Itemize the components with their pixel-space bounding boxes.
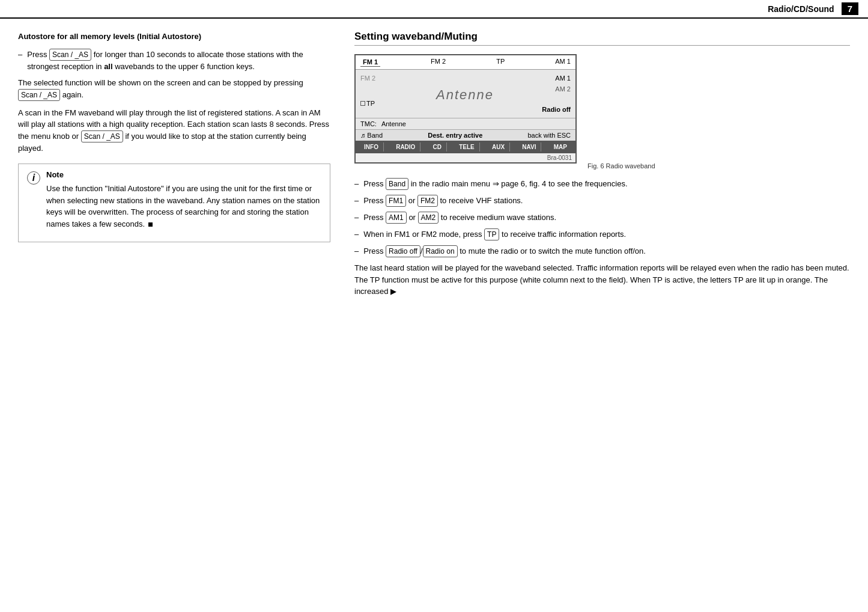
am1-key: AM1: [386, 212, 407, 224]
fm1-key: FM1: [386, 195, 406, 207]
antenne-label: Antenne: [436, 81, 494, 106]
fig-caption: Fig. 6 Radio waveband: [587, 162, 655, 170]
tp-key: TP: [484, 228, 499, 240]
radio-on-key: Radio on: [423, 245, 458, 257]
radio-center: Antenne: [389, 75, 541, 113]
tmc-value: Antenne: [381, 120, 406, 127]
radio-tmc-row: TMC: Antenne: [356, 118, 575, 129]
fig-ref: Bra-0031: [356, 153, 575, 162]
fm1-tab: FM 1: [360, 58, 380, 67]
header-title: Radio/CD/Sound: [768, 4, 834, 14]
dest-label: Dest. entry active: [428, 132, 482, 139]
continue-arrow: ▶: [390, 287, 396, 296]
am2-key: AM2: [418, 212, 439, 224]
radio-display: FM 1 FM 2 TP AM 1 FM 2 TP: [354, 54, 577, 164]
status-cd: CD: [428, 142, 447, 151]
back-label: back with ESC: [527, 132, 571, 139]
tp-top: TP: [496, 58, 505, 67]
band-label: ♬ Band: [360, 132, 383, 139]
section-title: Setting waveband/Muting: [354, 31, 850, 46]
radio-status-bar: INFO RADIO CD TELE AUX NAVI MAP: [356, 141, 575, 153]
tp-square-icon: [360, 101, 365, 106]
am2-right: AM 2: [541, 85, 571, 93]
radio-off-key: Radio off: [386, 245, 420, 257]
page-header: Radio/CD/Sound 7: [0, 0, 868, 19]
band-key: Band: [386, 178, 408, 190]
selected-function-para: The selected function will be shown on t…: [18, 77, 330, 101]
scan-as-key2: Scan / _AS: [18, 89, 60, 101]
note-box: i Note Use the function "Initial Autosto…: [18, 164, 330, 242]
status-aux: AUX: [487, 142, 510, 151]
info-icon: i: [27, 171, 40, 185]
right-column: Setting waveband/Muting FM 1 FM 2 TP AM …: [354, 31, 850, 304]
fm2-inactive: FM 2: [360, 75, 384, 82]
autostore-bullet1-text: Press Scan / _AS for longer than 10 seco…: [27, 49, 330, 73]
radio-off-label: Radio off: [541, 106, 571, 113]
page-number: 7: [842, 2, 858, 15]
autostore-bullet1: – Press Scan / _AS for longer than 10 se…: [18, 49, 330, 73]
dash: –: [354, 228, 359, 240]
radio-bottom-row: ♬ Band Dest. entry active back with ESC: [356, 129, 575, 141]
radio-right-labels: AM 1 AM 2 Radio off: [541, 75, 571, 113]
dash: –: [354, 195, 359, 207]
bullet-radio-off-text: Press Radio off/Radio on to mute the rad…: [363, 245, 646, 257]
autostore-heading: Autostore for all memory levels (Initial…: [18, 31, 330, 43]
status-navi: NAVI: [517, 142, 541, 151]
tmc-label: TMC:: [360, 120, 377, 127]
scan-as-key1: Scan / _AS: [49, 49, 91, 61]
left-column: Autostore for all memory levels (Initial…: [18, 31, 330, 304]
dash: –: [354, 245, 359, 257]
radio-top-bar: FM 1 FM 2 TP AM 1: [356, 55, 575, 70]
note-text: Use the function "Initial Autostore" if …: [46, 183, 321, 230]
bullet-tp-text: When in FM1 or FM2 mode, press TP to rec…: [363, 228, 626, 240]
bullet-fm-text: Press FM1 or FM2 to receive VHF stations…: [363, 195, 523, 207]
all-bold: all: [104, 62, 112, 71]
radio-main-area: FM 2 TP Antenne AM 1 AM 2: [356, 70, 575, 118]
dash: –: [354, 212, 359, 224]
status-info: INFO: [359, 142, 384, 151]
status-map: MAP: [549, 142, 572, 151]
radio-left-labels: FM 2 TP: [360, 75, 384, 113]
bullet-am: – Press AM1 or AM2 to receive medium wav…: [354, 212, 850, 224]
scan-para: A scan in the FM waveband will play thro…: [18, 107, 330, 155]
bullet-am-text: Press AM1 or AM2 to receive medium wave …: [363, 212, 556, 224]
bullet-radio-off: – Press Radio off/Radio on to mute the r…: [354, 245, 850, 257]
fm2-key: FM2: [417, 195, 438, 207]
tp-active-label: TP: [366, 100, 375, 107]
bullet-tp: – When in FM1 or FM2 mode, press TP to r…: [354, 228, 850, 240]
bullet-band-text: Press Band in the radio main menu ⇒ page…: [363, 178, 627, 190]
scan-as-key3: Scan / _AS: [81, 130, 123, 142]
bullet-fm: – Press FM1 or FM2 to receive VHF statio…: [354, 195, 850, 207]
tp-label: TP: [360, 100, 384, 107]
status-tele: TELE: [454, 142, 480, 151]
am1-right: AM 1: [541, 75, 571, 82]
am1-top: AM 1: [555, 58, 571, 67]
radio-fig-row: FM 1 FM 2 TP AM 1 FM 2 TP: [354, 54, 850, 170]
dash: –: [354, 178, 359, 190]
note-heading: Note: [46, 170, 321, 179]
dash: –: [18, 49, 22, 73]
fm2-top: FM 2: [431, 58, 446, 67]
end-square: [148, 222, 153, 227]
note-content: Note Use the function "Initial Autostore…: [46, 170, 321, 236]
footer-para: The last heard station will be played fo…: [354, 262, 850, 298]
bullet-band: – Press Band in the radio main menu ⇒ pa…: [354, 178, 850, 190]
main-content: Autostore for all memory levels (Initial…: [0, 19, 868, 316]
status-radio: RADIO: [391, 142, 420, 151]
